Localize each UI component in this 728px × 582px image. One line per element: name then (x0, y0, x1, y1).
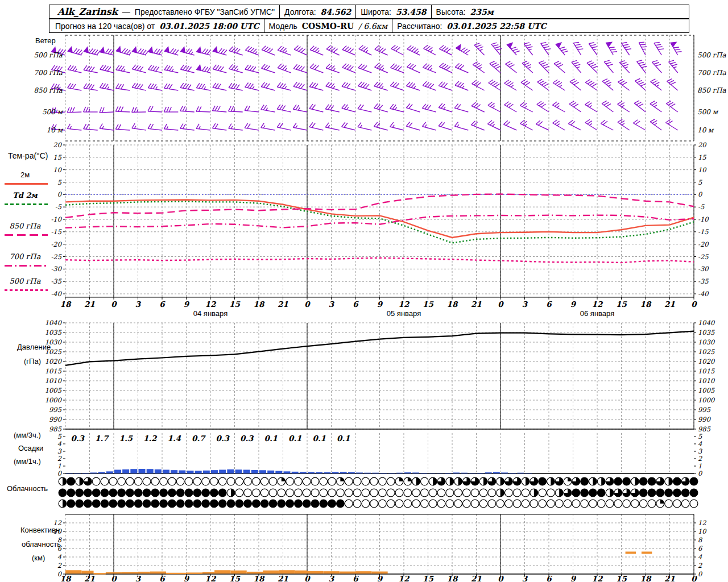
cloud-cover-symbol (84, 500, 92, 508)
wind-barb (472, 79, 487, 90)
cloud-cover-symbol (109, 477, 117, 485)
cloud-cover-symbol (454, 500, 462, 508)
svg-text:500 м: 500 м (697, 108, 719, 116)
wind-barb (520, 101, 535, 112)
wind-barb (84, 107, 98, 112)
cloud-cover-symbol (353, 489, 361, 497)
cloud-cover-symbol (370, 500, 378, 508)
wind-barb (180, 64, 195, 73)
convective-cloud-high-segment (626, 552, 636, 554)
svg-text:0: 0 (498, 300, 504, 309)
wind-barb (554, 60, 568, 73)
cloud-cover-symbol (547, 489, 555, 497)
cloud-cover-symbol (320, 489, 328, 497)
wind-barb (552, 101, 567, 112)
precip-bar (332, 472, 339, 473)
wind-barb (132, 123, 147, 130)
wind-barb (148, 47, 163, 55)
precip-bar (211, 470, 218, 473)
precip-bar (437, 473, 444, 473)
wind-barb (359, 44, 374, 55)
svg-text:5: 5 (698, 433, 702, 440)
svg-text:1035: 1035 (698, 329, 715, 336)
svg-text:985: 985 (49, 425, 62, 433)
cloud-cover-symbol (404, 500, 412, 508)
svg-text:500 гПа: 500 гПа (697, 51, 726, 59)
cloud-cover-symbol (76, 489, 84, 497)
cloud-cover-symbol (328, 500, 336, 508)
cloud-cover-symbol (253, 489, 260, 497)
precip-bar (147, 469, 154, 473)
wind-barb (229, 46, 245, 55)
cloud-cover-symbol (253, 477, 260, 485)
precip-bar (429, 473, 436, 473)
convective-cloud-segment (94, 573, 106, 575)
wind-barb (375, 63, 390, 73)
svg-text:12: 12 (592, 300, 603, 309)
cloud-cover-symbol (193, 500, 201, 508)
wind-barb (407, 81, 422, 90)
cloud-cover-symbol (572, 489, 580, 497)
svg-text:15: 15 (53, 153, 61, 161)
precip-bar (420, 473, 427, 473)
precip-bar (98, 472, 105, 473)
svg-text:0: 0 (57, 190, 63, 198)
wind-barb (602, 99, 617, 112)
svg-text:10: 10 (53, 527, 62, 535)
cloud-cover-symbol (547, 500, 555, 508)
wind-barb (391, 63, 406, 73)
cloud-cover-symbol (286, 500, 294, 508)
wind-barb (606, 40, 618, 55)
wind-barb (277, 122, 292, 130)
svg-text:10: 10 (698, 527, 707, 535)
precip-bar (251, 470, 258, 473)
wind-barb (406, 121, 421, 130)
precip-bar (364, 473, 371, 473)
svg-text:700 гПа: 700 гПа (34, 69, 63, 77)
cloud-cover-symbol (412, 489, 420, 497)
cloud-cover-symbol (92, 489, 100, 497)
svg-text:850 гПа: 850 гПа (697, 86, 726, 94)
convective-cloud-segment (65, 570, 81, 573)
wind-barb (456, 44, 471, 55)
wind-barb (67, 107, 81, 113)
svg-text:20: 20 (53, 141, 62, 149)
cloud-cover-symbol (143, 477, 151, 485)
wind-barb (651, 78, 665, 90)
convective-cloud-segment (247, 572, 263, 573)
convective-cloud-segment (122, 572, 138, 573)
wind-barb (521, 78, 536, 90)
precip-bar (187, 471, 194, 473)
wind-barb (310, 45, 325, 55)
cloud-cover-symbol (269, 489, 277, 497)
cloud-cover-symbol (471, 489, 479, 497)
cloud-cover-symbol (564, 500, 572, 508)
wind-barb (650, 118, 665, 130)
cloud-cover-symbol (218, 489, 226, 497)
cloud-cover-symbol (505, 500, 513, 508)
cloud-cover-symbol (218, 500, 226, 508)
wind-barb (261, 105, 276, 112)
svg-text:18: 18 (640, 574, 652, 582)
wind-barb (589, 40, 601, 55)
svg-text:995: 995 (698, 406, 711, 414)
svg-text:995: 995 (49, 406, 62, 414)
svg-text:0: 0 (57, 469, 63, 477)
svg-text:2: 2 (57, 455, 62, 463)
cloud-cover-symbol (387, 500, 395, 508)
convective-panel: 002244668810101212 (53, 514, 707, 578)
cloud-cover-symbol (295, 489, 303, 497)
cloud-cover-symbol (126, 477, 134, 485)
cloud-cover-symbol (118, 500, 126, 508)
svg-text:21: 21 (84, 300, 95, 309)
cloud-cover-symbol (606, 500, 614, 508)
wind-barb (325, 122, 340, 130)
cloud-cover-symbol (143, 500, 151, 508)
svg-text:1025: 1025 (698, 348, 715, 356)
wind-barb (115, 106, 130, 112)
wind-barb (473, 60, 487, 73)
wind-barb (262, 45, 277, 55)
svg-text:18: 18 (60, 300, 72, 309)
wind-barb (407, 44, 422, 55)
cloud-cover-symbol (143, 489, 151, 497)
